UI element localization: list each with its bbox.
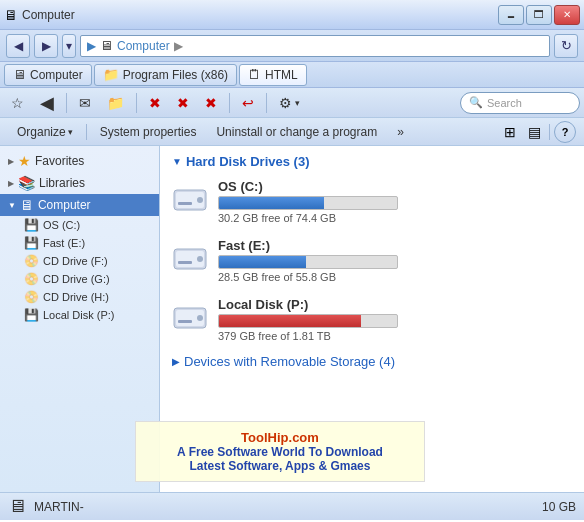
cdf-icon: 📀 <box>24 254 39 268</box>
bc-tab-html[interactable]: 🗒 HTML <box>239 64 307 86</box>
settings-button[interactable]: ⚙ ▾ <box>272 91 307 115</box>
delete1-icon: ✖ <box>149 95 161 111</box>
status-pc-name: MARTIN- <box>34 500 84 514</box>
libraries-icon: 📚 <box>18 175 35 191</box>
watermark-line1: ToolHip.com <box>148 430 412 445</box>
maximize-icon: 🗖 <box>534 9 544 20</box>
undo-button[interactable]: ↩ <box>235 91 261 115</box>
sidebar-child-osc[interactable]: 💾 OS (C:) <box>20 216 159 234</box>
title-bar: 🖥 Computer 🗕 🗖 ✕ <box>0 0 584 30</box>
drive-localp-space: 379 GB free of 1.81 TB <box>218 330 572 342</box>
minimize-button[interactable]: 🗕 <box>498 5 524 25</box>
system-props-button[interactable]: System properties <box>91 121 206 143</box>
drive-localp: Local Disk (P:) 379 GB free of 1.81 TB <box>172 295 572 344</box>
close-button[interactable]: ✕ <box>554 5 580 25</box>
folder-button[interactable]: 📁 <box>100 91 131 115</box>
bc-tab-computer[interactable]: 🖥 Computer <box>4 64 92 86</box>
watermark-line3: Latest Software, Apps & Gmaes <box>148 459 412 473</box>
bc-html-icon: 🗒 <box>248 67 261 82</box>
faste-label: Fast (E:) <box>43 237 85 249</box>
sidebar-item-favorites[interactable]: ▶ ★ Favorites <box>0 150 159 172</box>
view-change-button[interactable]: ⊞ <box>499 121 521 143</box>
back-button[interactable]: ◀ <box>6 34 30 58</box>
refresh-button[interactable]: ↻ <box>554 34 578 58</box>
forward-icon: ▶ <box>42 39 51 53</box>
address-path[interactable]: ▶ 🖥 Computer ▶ <box>80 35 550 57</box>
undo-icon: ↩ <box>242 95 254 111</box>
sidebar-children-computer: 💾 OS (C:) 💾 Fast (E:) 📀 CD Drive (F:) 📀 … <box>0 216 159 324</box>
localp-label: Local Disk (P:) <box>43 309 115 321</box>
email-button[interactable]: ✉ <box>72 91 98 115</box>
watermark: ToolHip.com A Free Software World To Dow… <box>135 421 425 482</box>
hd-header-text: Hard Disk Drives (3) <box>186 154 310 169</box>
title-bar-left: 🖥 Computer <box>4 7 498 23</box>
maximize-button[interactable]: 🗖 <box>526 5 552 25</box>
osc-icon: 💾 <box>24 218 39 232</box>
removable-header[interactable]: ▶ Devices with Removable Storage (4) <box>172 354 572 369</box>
email-icon: ✉ <box>79 95 91 111</box>
delete3-button[interactable]: ✖ <box>198 91 224 115</box>
minimize-icon: 🗕 <box>506 9 516 20</box>
drive-osc-icon-wrap <box>172 182 208 221</box>
tb-sep3 <box>229 93 230 113</box>
more-button[interactable]: » <box>388 121 413 143</box>
refresh-icon: ↻ <box>561 38 572 53</box>
cdf-label: CD Drive (F:) <box>43 255 108 267</box>
back-hist-button[interactable]: ◀ <box>33 91 61 115</box>
search-box[interactable]: 🔍 Search <box>460 92 580 114</box>
dropdown-icon: ▾ <box>66 39 72 53</box>
libraries-triangle: ▶ <box>8 179 14 188</box>
cdg-icon: 📀 <box>24 272 39 286</box>
drive-localp-svg <box>172 300 208 336</box>
title-bar-controls: 🗕 🗖 ✕ <box>498 5 580 25</box>
sidebar-child-localp[interactable]: 💾 Local Disk (P:) <box>20 306 159 324</box>
cmd-sep2 <box>549 124 550 140</box>
drive-faste-progress-container <box>218 255 398 269</box>
close-icon: ✕ <box>563 9 571 20</box>
forward-button[interactable]: ▶ <box>34 34 58 58</box>
delete1-button[interactable]: ✖ <box>142 91 168 115</box>
favorites-label: Favorites <box>35 154 84 168</box>
uninstall-button[interactable]: Uninstall or change a program <box>207 121 386 143</box>
help-icon: ? <box>562 126 569 138</box>
sidebar-child-cdh[interactable]: 📀 CD Drive (H:) <box>20 288 159 306</box>
bc-programfiles-label: Program Files (x86) <box>123 68 228 82</box>
sidebar-child-faste[interactable]: 💾 Fast (E:) <box>20 234 159 252</box>
bc-computer-label: Computer <box>30 68 83 82</box>
back-icon: ◀ <box>14 39 23 53</box>
view-list-button[interactable]: ▤ <box>523 121 545 143</box>
drive-faste: Fast (E:) 28.5 GB free of 55.8 GB <box>172 236 572 285</box>
sidebar-child-cdg[interactable]: 📀 CD Drive (G:) <box>20 270 159 288</box>
drive-osc: OS (C:) 30.2 GB free of 74.4 GB <box>172 177 572 226</box>
svg-point-2 <box>197 197 203 203</box>
sidebar-item-libraries[interactable]: ▶ 📚 Libraries <box>0 172 159 194</box>
tb-sep4 <box>266 93 267 113</box>
organize-button[interactable]: Organize ▾ <box>8 121 82 143</box>
cmd-sep1 <box>86 124 87 140</box>
help-button[interactable]: ? <box>554 121 576 143</box>
settings-dropdown: ▾ <box>295 98 300 108</box>
bc-tab-programfiles[interactable]: 📁 Program Files (x86) <box>94 64 237 86</box>
tb-sep2 <box>136 93 137 113</box>
cdg-label: CD Drive (G:) <box>43 273 110 285</box>
path-computer-icon: 🖥 <box>100 38 113 53</box>
computer-icon: 🖥 <box>4 7 18 23</box>
toolbar: ☆ ◀ ✉ 📁 ✖ ✖ ✖ ↩ ⚙ ▾ 🔍 Search <box>0 88 584 118</box>
bc-html-label: HTML <box>265 68 298 82</box>
delete2-button[interactable]: ✖ <box>170 91 196 115</box>
tb-sep1 <box>66 93 67 113</box>
localp-icon: 💾 <box>24 308 39 322</box>
sidebar-item-computer[interactable]: ▼ 🖥 Computer <box>0 194 159 216</box>
cdh-label: CD Drive (H:) <box>43 291 109 303</box>
path-arrow: ▶ <box>174 39 183 53</box>
hd-toggle-icon[interactable]: ▼ <box>172 156 182 167</box>
path-start-icon: ▶ <box>87 39 96 53</box>
star-button[interactable]: ☆ <box>4 91 31 115</box>
status-space: 10 GB <box>542 500 576 514</box>
title-text: Computer <box>22 8 75 22</box>
command-bar: Organize ▾ System properties Uninstall o… <box>0 118 584 146</box>
dropdown-button[interactable]: ▾ <box>62 34 76 58</box>
more-arrow: » <box>397 125 404 139</box>
sidebar-child-cdf[interactable]: 📀 CD Drive (F:) <box>20 252 159 270</box>
svg-rect-3 <box>178 202 192 205</box>
